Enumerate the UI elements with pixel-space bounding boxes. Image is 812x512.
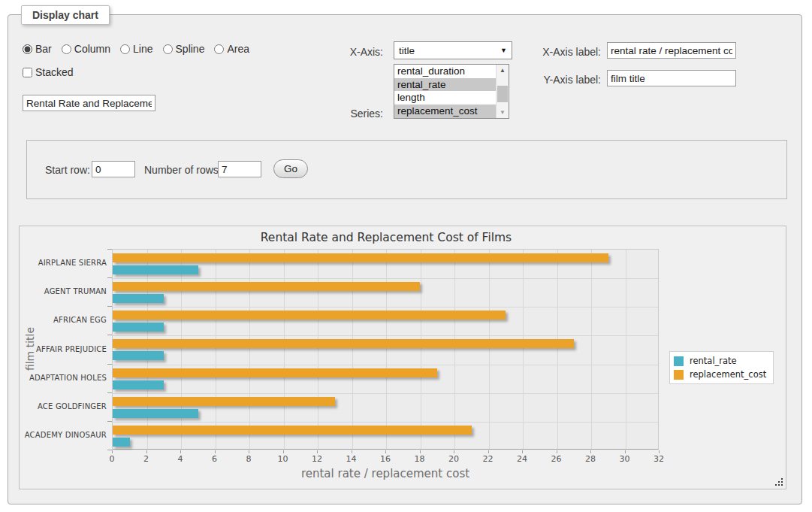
row-range-panel: Start row: Number of rows: Go [26, 140, 787, 199]
y-tick [107, 249, 112, 250]
x-tick [590, 450, 591, 453]
x-tick-label: 8 [246, 454, 252, 464]
stacked-label: Stacked [35, 66, 74, 78]
gridline [591, 250, 592, 449]
chart-type-radio-bar[interactable] [23, 44, 32, 54]
bar-replacement_cost [113, 311, 506, 320]
display-chart-tab: Display chart [21, 5, 110, 25]
resize-handle-icon[interactable] [774, 477, 783, 486]
x-tick [317, 450, 318, 453]
y-tick [107, 277, 112, 278]
x-tick [420, 450, 421, 453]
bar-rental_rate [113, 409, 198, 418]
scrollbar-thumb[interactable] [497, 86, 508, 102]
x-tick-label: 20 [448, 454, 459, 464]
x-tick [522, 450, 523, 453]
bar-replacement_cost [113, 426, 472, 435]
x-axis-title: rental rate / replacement cost [112, 467, 659, 480]
x-axis-select[interactable]: title ▼ [394, 41, 512, 59]
x-tick-label: 22 [483, 454, 494, 464]
x-axis-select-label: X-Axis: [315, 46, 383, 58]
series-multiselect[interactable]: rental_durationrental_ratelengthreplacem… [394, 64, 509, 119]
chart-type-radio-column[interactable] [62, 44, 71, 54]
go-button[interactable]: Go [273, 159, 308, 178]
x-tick [249, 450, 249, 453]
panel-title: Display chart [32, 9, 98, 21]
start-row-label: Start row: [45, 164, 90, 176]
bar-rental_rate [113, 294, 164, 303]
x-tick [385, 450, 386, 453]
x-tick-label: 24 [517, 454, 527, 464]
x-tick [625, 450, 626, 453]
y-axis-label-input[interactable] [607, 70, 736, 86]
category-label: AGENT TRUMAN [23, 287, 107, 295]
chart-type-label: Column [74, 43, 110, 55]
chart-type-radio-line[interactable] [120, 44, 130, 54]
chart-legend: rental_ratereplacement_cost [669, 351, 774, 384]
series-option-replacement_cost[interactable]: replacement_cost [394, 105, 496, 118]
gridline [113, 307, 658, 308]
gridline [216, 250, 216, 449]
x-tick [215, 450, 216, 453]
x-tick-label: 6 [212, 454, 217, 464]
chart-type-label: Line [133, 43, 152, 55]
x-axis-label-input[interactable] [607, 42, 736, 59]
x-tick [283, 450, 284, 453]
series-option-length[interactable]: length [394, 91, 496, 105]
category-label: AFFAIR PREJUDICE [23, 345, 107, 353]
y-tick [107, 392, 112, 393]
x-tick [146, 450, 147, 453]
bar-replacement_cost [113, 282, 420, 291]
x-tick [454, 450, 454, 453]
series-select-label: Series: [315, 108, 383, 120]
gridline [147, 250, 148, 449]
number-of-rows-label: Number of rows: [144, 164, 222, 176]
x-tick [352, 450, 352, 453]
chart-type-label: Bar [35, 43, 52, 55]
gridline [523, 250, 524, 449]
chart-title-input[interactable] [23, 95, 155, 111]
category-label: AFRICAN EGG [23, 316, 107, 324]
page: Display chart BarColumnLineSplineArea St… [0, 0, 812, 512]
chart-type-option-column[interactable]: Column [62, 43, 110, 55]
x-tick [112, 450, 113, 453]
chart-container: Rental Rate and Replacement Cost of Film… [19, 226, 786, 489]
x-tick-label: 18 [415, 454, 425, 464]
bar-rental_rate [113, 438, 130, 447]
legend-label: replacement_cost [690, 369, 766, 380]
scroll-up-icon[interactable]: ▲ [497, 65, 509, 76]
stacked-checkbox[interactable] [23, 68, 32, 77]
scroll-down-icon[interactable]: ▼ [497, 107, 509, 118]
gridline [113, 335, 658, 336]
chart-type-label: Area [227, 43, 249, 55]
x-tick-label: 2 [143, 454, 149, 464]
plot-area [112, 249, 659, 450]
chart-type-option-bar[interactable]: Bar [23, 43, 52, 55]
series-scrollbar[interactable]: ▲ ▼ [496, 65, 509, 118]
legend-label: rental_rate [690, 356, 737, 366]
bar-rental_rate [113, 380, 164, 389]
legend-item-rental_rate: rental_rate [674, 356, 766, 366]
start-row-input[interactable] [92, 161, 135, 177]
x-axis-selected-value: title [399, 45, 415, 56]
series-option-rental_rate[interactable]: rental_rate [394, 78, 496, 92]
gridline [181, 250, 182, 449]
x-tick-label: 0 [110, 454, 115, 464]
chart-type-option-line[interactable]: Line [120, 43, 152, 55]
bar-rental_rate [113, 323, 164, 332]
chart-type-option-area[interactable]: Area [214, 43, 249, 55]
chart-type-radio-area[interactable] [214, 44, 224, 54]
number-of-rows-input[interactable] [218, 161, 261, 177]
x-tick-label: 16 [380, 454, 391, 464]
bar-replacement_cost [113, 397, 335, 406]
series-option-rental_duration[interactable]: rental_duration [394, 65, 496, 78]
category-label: AIRPLANE SIERRA [23, 259, 107, 267]
bar-replacement_cost [113, 253, 608, 262]
category-label: ACADEMY DINOSAUR [23, 431, 107, 439]
gridline [318, 250, 318, 449]
chart-type-radio-spline[interactable] [163, 44, 173, 54]
category-label: ACE GOLDFINGER [23, 402, 107, 411]
y-tick [107, 335, 112, 335]
stacked-option[interactable]: Stacked [23, 66, 74, 78]
chart-type-option-spline[interactable]: Spline [163, 43, 205, 55]
